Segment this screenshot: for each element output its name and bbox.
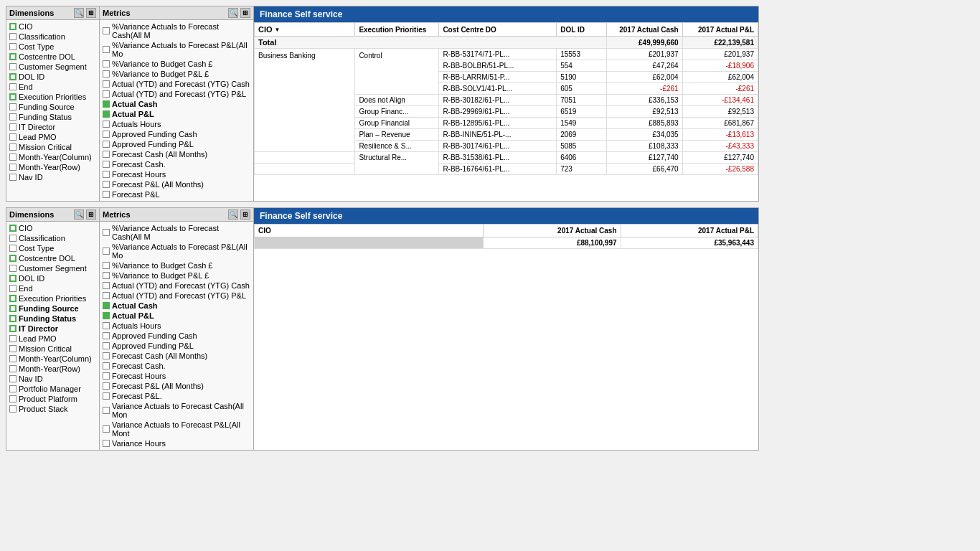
col-dolid-1[interactable]: DOL ID [557,23,607,37]
dim-item-fundingstatus-2[interactable]: Funding Status [6,314,99,324]
dim-item-portfoliomanager-2[interactable]: Portfolio Manager [6,384,99,394]
dim-item-execpriorities-1[interactable]: Execution Priorities [6,92,99,102]
met-checkbox-variance-budget-pl-1[interactable] [103,70,110,77]
dim-item-leadpmo-2[interactable]: Lead PMO [6,334,99,344]
met-cb-2-7[interactable] [103,322,110,329]
dim-checkbox-fundingstatus-1[interactable] [9,113,17,121]
metrics-config-icon-2[interactable]: ⊞ [240,209,250,220]
dim-checkbox-monthyearcol-2[interactable] [9,355,17,362]
dim-item-missioncritical-1[interactable]: Mission Critical [6,142,99,152]
met-cb-2-14[interactable] [103,392,110,400]
met-item-forecast-pl-all-1[interactable]: Forecast P&L (All Months) [100,179,253,189]
dim-checkbox-customersegment-1[interactable] [9,63,17,70]
dim-item-cio-1[interactable]: CIO [6,22,99,32]
met-checkbox-actual-ytd-cash-1[interactable] [103,80,110,88]
met-checkbox-approved-pl-1[interactable] [103,141,110,148]
dim-item-cio-2[interactable]: CIO [6,223,99,233]
met-item-variance-actuals-pl-1[interactable]: %Variance Actuals to Forecast P&L(All Mo [100,40,253,59]
met-checkbox-forecast-pl-1[interactable] [103,191,110,198]
dim-checkbox-cio-1[interactable] [9,23,17,30]
dim-checkbox-missioncritical-1[interactable] [9,143,17,151]
col-actual-cash-1[interactable]: 2017 Actual Cash [607,23,682,37]
col-actual-pl-1[interactable]: 2017 Actual P&L [682,23,758,37]
metrics-search-icon-2[interactable]: 🔍 [228,209,238,220]
dim-checkbox-costtype-1[interactable] [9,43,17,50]
dim-checkbox-classification-1[interactable] [9,33,17,40]
met-cb-2-4[interactable] [103,272,110,279]
met-item-actual-pl-1[interactable]: Actual P&L [100,109,253,119]
met-cb-2-10[interactable] [103,352,110,359]
dim-item-leadpmo-1[interactable]: Lead PMO [6,132,99,142]
dim-item-dolid-1[interactable]: DOL ID [6,72,99,82]
col-costcentre-1[interactable]: Cost Centre DO [439,23,557,37]
met-cb-2-actual-pl[interactable] [103,312,110,319]
metrics-search-icon-1[interactable]: 🔍 [228,8,238,18]
dim-checkbox-fundingsource-2[interactable] [9,305,17,312]
met-checkbox-forecast-pl-all-1[interactable] [103,181,110,188]
met-item-actual-cash-1[interactable]: Actual Cash [100,99,253,109]
dim-checkbox-productplatform-2[interactable] [9,395,17,402]
met-checkbox-variance-actuals-pl-1[interactable] [103,46,110,53]
dim-checkbox-end-2[interactable] [9,285,17,292]
dim-item-costtype-1[interactable]: Cost Type [6,42,99,52]
dim-item-costcentredol-1[interactable]: Costcentre DOL [6,52,99,62]
dim-item-fundingstatus-1[interactable]: Funding Status [6,112,99,122]
dim-item-customersegment-2[interactable]: Customer Segment [6,263,99,273]
dim-checkbox-portfoliomanager-2[interactable] [9,385,17,392]
dim-item-customersegment-1[interactable]: Customer Segment [6,62,99,72]
met-item-actual-ytd-pl-1[interactable]: Actual (YTD) and Forecast (YTG) P&L [100,89,253,99]
dim-item-monthyearrow-1[interactable]: Month-Year(Row) [6,162,99,172]
met-cb-2-3[interactable] [103,262,110,269]
met-item-2-7[interactable]: Actuals Hours [100,321,253,331]
met-checkbox-actual-ytd-pl-1[interactable] [103,90,110,98]
met-cb-2-12[interactable] [103,372,110,380]
dimensions-search-icon-1[interactable]: 🔍 [74,8,84,18]
dim-item-costtype-2[interactable]: Cost Type [6,243,99,253]
col-actual-cash-2[interactable]: 2017 Actual Cash [484,225,621,237]
dim-item-itdirector-1[interactable]: IT Director [6,122,99,132]
met-item-2-8[interactable]: Approved Funding Cash [100,331,253,341]
met-item-2-15[interactable]: Variance Actuals to Forecast Cash(All Mo… [100,401,253,420]
met-item-2-9[interactable]: Approved Funding P&L [100,341,253,351]
dim-item-itdirector-2[interactable]: IT Director [6,324,99,334]
met-cb-2-5[interactable] [103,282,110,289]
dim-item-monthyearcol-1[interactable]: Month-Year(Column) [6,152,99,162]
met-item-2-14[interactable]: Forecast P&L. [100,391,253,401]
met-checkbox-forecast-cash-all-1[interactable] [103,151,110,158]
dimensions-config-icon-1[interactable]: ⊞ [86,8,96,18]
dim-checkbox-execpriorities-1[interactable] [9,93,17,100]
dim-item-monthyearrow-2[interactable]: Month-Year(Row) [6,364,99,374]
met-cb-2-11[interactable] [103,362,110,369]
met-cb-2-8[interactable] [103,332,110,339]
dim-checkbox-classification-2[interactable] [9,235,17,242]
col-cio-1[interactable]: CIO ▼ [255,23,355,37]
dim-checkbox-navid-2[interactable] [9,375,17,382]
met-item-forecast-pl-1[interactable]: Forecast P&L [100,189,253,199]
dim-checkbox-costcentredol-2[interactable] [9,255,17,262]
met-item-2-actual-cash[interactable]: Actual Cash [100,301,253,311]
met-item-approved-cash-1[interactable]: Approved Funding Cash [100,129,253,139]
met-cb-2-2[interactable] [103,248,110,255]
met-cb-2-1[interactable] [103,229,110,236]
dim-checkbox-itdirector-1[interactable] [9,123,17,131]
met-item-2-6[interactable]: Actual (YTD) and Forecast (YTG) P&L [100,291,253,301]
dim-checkbox-fundingstatus-2[interactable] [9,315,17,322]
met-item-actual-ytd-cash-1[interactable]: Actual (YTD) and Forecast (YTG) Cash [100,79,253,89]
met-item-2-actual-pl[interactable]: Actual P&L [100,311,253,321]
dim-checkbox-fundingsource-1[interactable] [9,103,17,110]
dim-item-end-2[interactable]: End [6,283,99,293]
dim-item-fundingsource-1[interactable]: Funding Source [6,102,99,112]
col-exec-1[interactable]: Execution Priorities [355,23,439,37]
met-item-2-12[interactable]: Forecast Hours [100,371,253,381]
met-item-2-17[interactable]: Variance Hours [100,438,253,448]
met-cb-2-13[interactable] [103,382,110,390]
cio-sort-icon-1[interactable]: ▼ [275,27,281,33]
dim-checkbox-dolid-1[interactable] [9,73,17,80]
met-item-actuals-hours-1[interactable]: Actuals Hours [100,119,253,129]
met-item-2-3[interactable]: %Variance to Budget Cash £ [100,260,253,270]
dim-item-end-1[interactable]: End [6,82,99,92]
met-item-2-16[interactable]: Variance Actuals to Forecast P&L(All Mon… [100,420,253,438]
dim-item-productstack-2[interactable]: Product Stack [6,404,99,414]
dim-checkbox-costtype-2[interactable] [9,245,17,252]
dim-checkbox-execpriorities-2[interactable] [9,295,17,302]
